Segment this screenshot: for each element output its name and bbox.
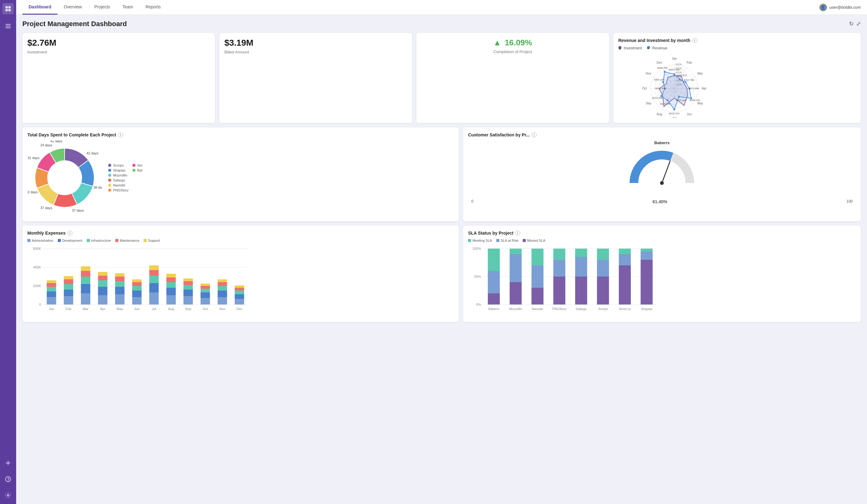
svg-rect-1 xyxy=(8,6,11,8)
svg-text:42 days: 42 days xyxy=(86,151,98,155)
sidebar-add-icon[interactable] xyxy=(2,458,14,469)
main-content: Dashboard Overview Projects Team Reports… xyxy=(16,0,867,504)
expense-legend-item: Maintenance xyxy=(115,239,139,243)
sidebar-settings-icon[interactable] xyxy=(2,490,14,501)
tab-projects[interactable]: Projects xyxy=(88,0,116,14)
sla-title: SLA Status by Project i xyxy=(468,230,856,236)
sidebar-help-icon[interactable]: ? xyxy=(2,473,14,485)
svg-text:24 days: 24 days xyxy=(40,143,53,147)
sla-legend-item: Missed SLA xyxy=(523,239,545,243)
page-title: Project Management Dashboard xyxy=(22,20,127,28)
investment-legend-dot: ◆ xyxy=(618,46,621,49)
completion-value: ▲ 16.09% xyxy=(421,38,604,47)
middle-charts-row: Total Days Spent to Complete Each Projec… xyxy=(22,127,861,221)
page-actions: ↻ ⤢ xyxy=(849,21,861,27)
svg-text:31 days: 31 days xyxy=(27,156,40,160)
donut-svg: 42 days42 days38 days37 days37 days32 da… xyxy=(27,140,102,215)
expense-legend-item: Infrastructure xyxy=(87,239,111,243)
gauge-canvas xyxy=(621,148,702,198)
user-avatar: 👤 xyxy=(820,4,827,11)
topbar: Dashboard Overview Projects Team Reports… xyxy=(16,0,867,15)
expense-legend-item: Development xyxy=(58,239,82,243)
dashboard-content: Project Management Dashboard ↻ ⤢ $2.76M … xyxy=(16,15,867,504)
gauge-svg-wrap xyxy=(468,148,856,198)
completion-kpi: ▲ 16.09% Completion of Project xyxy=(416,33,609,123)
sla-legend-item: SLA at Risk xyxy=(496,239,518,243)
expenses-info-icon[interactable]: i xyxy=(67,230,72,236)
donut-card: Total Days Spent to Complete Each Projec… xyxy=(22,127,459,221)
page-title-row: Project Management Dashboard ↻ ⤢ xyxy=(22,20,861,28)
tab-dashboard[interactable]: Dashboard xyxy=(22,0,57,14)
svg-rect-8 xyxy=(6,463,11,463)
sla-legend-item: Meeting SLA xyxy=(468,239,492,243)
radar-legend-investment: ◆ Investment xyxy=(618,46,642,50)
svg-rect-6 xyxy=(6,28,11,28)
expenses-title: Monthly Expenses i xyxy=(27,230,454,236)
revenue-legend-dot: ● xyxy=(647,46,650,49)
sla-legend: Meeting SLASLA at RiskMissed SLA xyxy=(468,239,856,243)
svg-text:38 days: 38 days xyxy=(94,185,102,189)
donut-title: Total Days Spent to Complete Each Projec… xyxy=(27,132,454,137)
svg-rect-5 xyxy=(6,26,11,26)
billed-label: Billed Amount xyxy=(224,50,407,54)
investment-kpi: $2.76M Investment xyxy=(22,33,215,123)
gauge-info-icon[interactable]: i xyxy=(532,132,537,137)
radar-chart-container xyxy=(618,53,856,118)
donut-legend-item: Mozmillin xyxy=(108,173,129,177)
gauge-percent-display: 61.40% xyxy=(653,199,667,204)
completion-label: Completion of Project xyxy=(421,50,604,54)
radar-title: Revenue and Investment by month i xyxy=(618,38,856,43)
user-email: user@boldbi.com xyxy=(829,5,861,10)
svg-rect-2 xyxy=(6,9,8,11)
svg-rect-0 xyxy=(6,6,8,8)
expense-legend-item: Administration xyxy=(27,239,53,243)
expenses-card: Monthly Expenses i AdministrationDevelop… xyxy=(22,226,459,322)
billed-value: $3.19M xyxy=(224,38,407,48)
investment-label: Investment xyxy=(27,50,210,54)
donut-container: 42 days42 days38 days37 days37 days32 da… xyxy=(27,140,454,216)
donut-legend-item: Scrops xyxy=(108,163,129,167)
svg-text:37 days: 37 days xyxy=(72,208,84,212)
donut-svg-wrap: 42 days42 days38 days37 days37 days32 da… xyxy=(27,140,102,216)
sla-card: SLA Status by Project i Meeting SLASLA a… xyxy=(463,226,861,322)
gauge-min: 0 xyxy=(471,199,473,204)
sidebar-menu-icon[interactable] xyxy=(2,21,14,32)
radar-legend-revenue: ● Revenue xyxy=(647,46,667,50)
svg-text:?: ? xyxy=(7,477,9,482)
tab-team[interactable]: Team xyxy=(116,0,139,14)
tab-reports[interactable]: Reports xyxy=(139,0,167,14)
expenses-canvas xyxy=(27,246,251,317)
donut-info-icon[interactable]: i xyxy=(118,132,123,137)
expand-icon[interactable]: ⤢ xyxy=(856,21,861,27)
svg-text:32 days: 32 days xyxy=(27,190,38,194)
nav-tabs: Dashboard Overview Projects Team Reports xyxy=(22,0,820,14)
sidebar-dashboard-icon[interactable] xyxy=(2,3,14,14)
investment-value: $2.76M xyxy=(27,38,210,48)
sla-info-icon[interactable]: i xyxy=(515,230,520,236)
donut-legend-item: Navisibl xyxy=(108,183,129,187)
gauge-max: 100 xyxy=(846,199,853,204)
expenses-legend: AdministrationDevelopmentInfrastructureM… xyxy=(27,239,454,243)
user-info: 👤 user@boldbi.com xyxy=(820,4,861,11)
donut-legend-item: Shapejs xyxy=(108,169,129,172)
gauge-range: 0 61.40% 100 xyxy=(468,199,856,204)
svg-rect-3 xyxy=(8,9,11,11)
donut-legend-item: Safargo xyxy=(108,178,129,182)
bottom-charts-row: Monthly Expenses i AdministrationDevelop… xyxy=(22,226,861,322)
radar-info-icon[interactable]: i xyxy=(692,38,697,43)
tab-overview[interactable]: Overview xyxy=(57,0,88,14)
donut-legend-item: Ser xyxy=(132,163,143,167)
sidebar: ? xyxy=(0,0,16,504)
donut-legend-item: PNGStory xyxy=(108,188,129,192)
refresh-icon[interactable]: ↻ xyxy=(849,21,854,27)
sla-canvas xyxy=(468,246,661,317)
kpi-row: $2.76M Investment $3.19M Billed Amount ▲… xyxy=(22,33,861,123)
donut-legend: ScropsShapejsMozmillinSafargoNavisiblPNG… xyxy=(108,163,143,193)
gauge-project-label: Baberrs xyxy=(468,140,856,145)
up-arrow-icon: ▲ xyxy=(493,38,501,47)
billed-kpi: $3.19M Billed Amount xyxy=(220,33,412,123)
radar-canvas xyxy=(618,53,724,118)
svg-rect-4 xyxy=(6,24,11,25)
revenue-radar-card: Revenue and Investment by month i ◆ Inve… xyxy=(613,33,861,123)
svg-text:42 days: 42 days xyxy=(50,140,63,143)
